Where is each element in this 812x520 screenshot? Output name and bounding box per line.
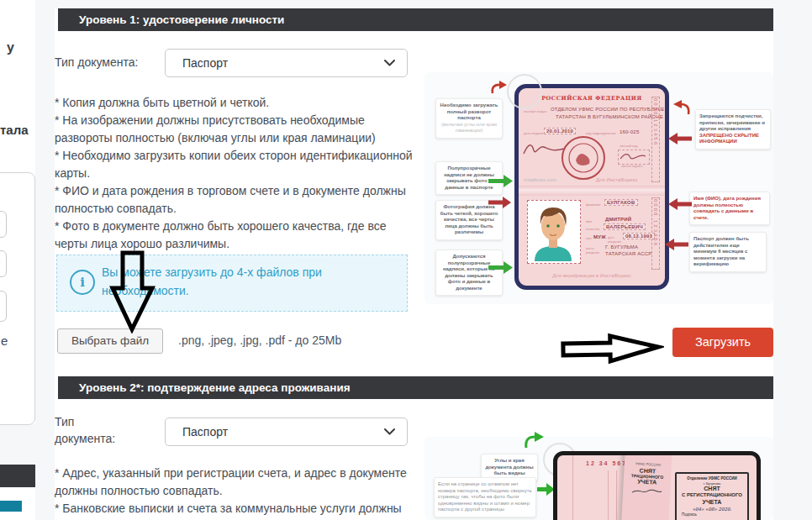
- stamp-text: Отделение УФМС РОССИИ: [677, 476, 747, 481]
- level1-doc-type-value: Паспорт: [182, 56, 384, 70]
- surname-value: БУЛГАКОВ: [604, 199, 638, 206]
- page-line: [608, 470, 609, 520]
- surname-label: фамилия: [586, 202, 600, 207]
- red-arrow-left-icon: [668, 198, 692, 213]
- issued-by-1: ОТДЕЛОМ УФМС РОССИИ ПО РЕСПУБЛИКЕ: [551, 107, 665, 112]
- birthplace-2: ТАТАРСКАЯ АССР: [605, 251, 652, 256]
- stamp-sign: Подпись: [677, 512, 747, 517]
- callout-c2: Если на странице со штампом нет номера п…: [434, 477, 536, 517]
- birth-date: 08.12.1991: [623, 233, 655, 239]
- verification-page: у тала ▾ ▾ е Уровень 1: удостоверение ли…: [0, 0, 812, 520]
- chevron-down-icon: [384, 428, 395, 435]
- rule-item: * На изображении должны присутствовать н…: [55, 112, 419, 147]
- stamp-text: УЧЕТА: [677, 499, 747, 507]
- left-section-bar: [0, 465, 35, 487]
- level2-doc-type-label: Тип документа:: [55, 413, 120, 447]
- red-curl-arrow-icon: [490, 80, 509, 98]
- upload-button[interactable]: Загрузить: [672, 328, 773, 357]
- callout-r3: Паспорт должен быть действителен еще мин…: [689, 232, 767, 272]
- rule-item: * Копия должна быть цветной и четкой.: [55, 94, 419, 112]
- level2-rules: * Адрес, указанный при регистрации счета…: [55, 465, 419, 520]
- rule-item: * Адрес, указанный при регистрации счета…: [55, 465, 419, 500]
- left-fragment-top: у: [7, 40, 14, 55]
- left-select-1[interactable]: ▾: [0, 211, 7, 238]
- passport-serial-bottom: 0000 123456: [651, 197, 660, 270]
- registration-sample-image[interactable]: Углы и края документа должны быть видны …: [424, 424, 773, 520]
- personal-sign-box: [618, 150, 650, 165]
- green-arrow-right-icon: [488, 261, 514, 277]
- red-curl-arrow-icon: [671, 99, 691, 119]
- callout-r2-text: Имя (ФИО), дата рождения должны полность…: [693, 196, 766, 221]
- level2-header-text: Уровень 2*: подтверждение адреса прожива…: [79, 381, 351, 394]
- passport-serial-top: 0000 123456: [651, 97, 660, 182]
- patronymic-label: отчество: [586, 227, 599, 231]
- info-icon: i: [70, 270, 95, 295]
- rule-item: * Банковские выписки и счета за коммунал…: [55, 500, 419, 520]
- callout-r1: Запрещаются подчистки, приписки, зачерки…: [695, 109, 771, 150]
- name-label: имя: [586, 219, 592, 223]
- photo-box: [527, 200, 581, 264]
- callout-c2-text: Если на странице со штампом нет номера п…: [438, 481, 532, 513]
- left-text-input[interactable]: [0, 291, 7, 322]
- chevron-down-icon: [384, 60, 395, 66]
- sex-value: МУЖ: [593, 234, 606, 239]
- left-fragment-mid: тала: [0, 123, 29, 137]
- page-line: [572, 455, 573, 520]
- hand-drawn-down-arrow: [105, 246, 161, 337]
- passport-sample-image[interactable]: РОССИЙСКАЯ ФЕДЕРАЦИЯ паспорт выдан ОТДЕЛ…: [424, 57, 773, 315]
- sex-label: пол: [586, 236, 592, 240]
- level2-doc-type-value: Паспорт: [182, 425, 384, 439]
- stamp-text: С РЕГИСТРАЦИОННОГО: [677, 492, 747, 499]
- callout-c1-text: Углы и края документа должны быть видны: [485, 458, 534, 477]
- rule-item: * Необходимо загрузить копии обеих сторо…: [55, 147, 419, 182]
- red-arrow-left-icon: [665, 239, 688, 254]
- callout-l1-text: Необходимо загружать полный разворот пас…: [440, 102, 498, 122]
- issued-label: паспорт выдан: [524, 109, 547, 113]
- callout-l1: Необходимо загружать полный разворот пас…: [435, 98, 503, 139]
- green-arrow-right-icon: [488, 175, 514, 191]
- callout-l1-subtext: (включая углы или края ламинации): [440, 122, 498, 134]
- fold-signature: [630, 486, 664, 497]
- issue-date-label: дата выдачи: [524, 131, 543, 135]
- file-types-hint: .png, .jpeg, .jpg, .pdf - до 25Mb: [178, 334, 341, 347]
- level1-doc-type-label: Тип документа:: [55, 55, 138, 69]
- left-bottom-panel: [0, 487, 35, 520]
- left-select-2[interactable]: ▾: [0, 250, 7, 277]
- passport-illustration: РОССИЙСКАЯ ФЕДЕРАЦИЯ паспорт выдан ОТДЕЛ…: [514, 84, 669, 290]
- issued-by-2: ТАТАРСТАН В БУГУЛЬМИНСКОМ РАЙОНЕ: [556, 114, 663, 119]
- level1-doc-type-select[interactable]: Паспорт: [165, 49, 408, 77]
- level2-doc-type-select[interactable]: Паспорт: [165, 418, 408, 446]
- stamp-text: СНЯТ: [677, 486, 747, 493]
- signature-squiggle: [522, 139, 566, 162]
- callout-r1-warning: ЗАПРЕЩЕНО СКРЫТИЕ ИНФОРМАЦИИ: [699, 133, 767, 145]
- left-fragment-e: е: [1, 334, 8, 348]
- hand-drawn-right-arrow: [556, 328, 665, 370]
- red-arrow-right-icon: [488, 197, 512, 212]
- callout-r1-text: Запрещаются подчистки, приписки, зачерки…: [699, 113, 767, 133]
- callout-r2: Имя (ФИО), дата рождения должны полность…: [689, 192, 770, 225]
- left-panel: у тала ▾ ▾ е: [0, 0, 35, 424]
- left-card: ▾ ▾ е: [0, 172, 35, 425]
- level1-header-text: Уровень 1: удостоверение личности: [79, 13, 284, 26]
- green-curl-arrow-icon: [524, 431, 546, 453]
- level2-header-bar: Уровень 2*: подтверждение адреса прожива…: [58, 376, 773, 399]
- level1-rules: * Копия должна быть цветной и четкой. * …: [55, 94, 419, 253]
- avatar: [528, 201, 578, 261]
- name-value: ДМИТРИЙ: [605, 217, 631, 222]
- watermark-site: instaforex.com: [524, 177, 556, 182]
- registration-stamp: Отделение УФМС РОССИИ г. Бугульма СНЯТ С…: [675, 472, 749, 520]
- birthplace-1: Г. БУГУЛЬМА: [605, 244, 638, 249]
- red-arrow-left-icon: [668, 133, 692, 148]
- passport-footer: Для верификации в ИнстаФорекс: [519, 273, 665, 278]
- level1-header-bar: Уровень 1: удостоверение личности: [58, 8, 773, 31]
- birthplace-label: место рождения: [586, 247, 603, 255]
- folded-page: УФМС РОССИИ СНЯТ ТРАЦИОННОГО УЧЕТА: [620, 451, 672, 520]
- corner-ring: [507, 74, 542, 109]
- page-line: [616, 470, 617, 520]
- callout-r3-text: Паспорт должен быть действителен еще мин…: [693, 236, 762, 268]
- left-teal-button[interactable]: [0, 501, 22, 512]
- registration-passport-illustration: 12 34 567890 УФМС РОССИИ СНЯТ ТРАЦИОННОГ…: [553, 451, 761, 520]
- division-code: 160-025: [620, 129, 639, 134]
- passport-fold: [519, 186, 665, 196]
- rule-item: * ФИО и дата рождения в торговом счете и…: [55, 182, 419, 218]
